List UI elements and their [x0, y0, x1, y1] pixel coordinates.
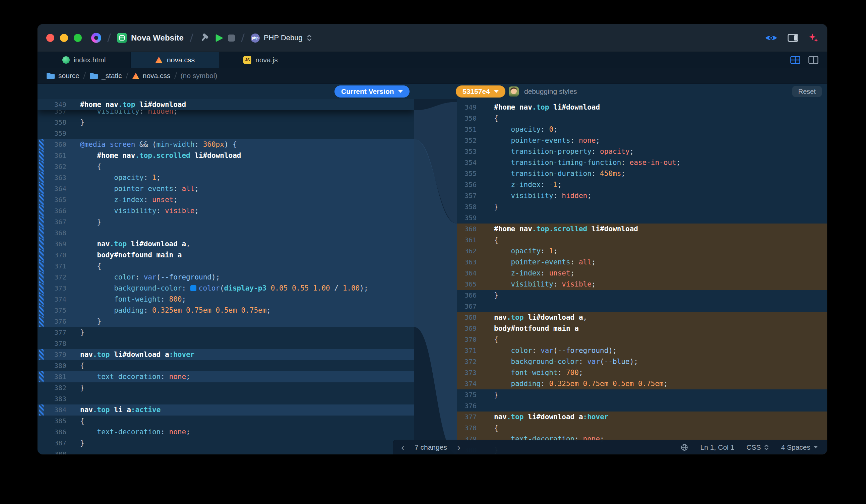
line-number[interactable]: 363	[44, 172, 72, 183]
line-number[interactable]: 376	[44, 316, 72, 327]
code-line-383[interactable]: 383	[37, 393, 414, 404]
line-number[interactable]: 362	[457, 246, 481, 257]
project-selector[interactable]: Nova Website	[117, 33, 184, 43]
stop-button[interactable]	[228, 34, 235, 42]
code-line-363[interactable]: 363 opacity: 1;	[37, 172, 414, 183]
code-line-371[interactable]: 371 {	[37, 261, 414, 272]
next-change-button[interactable]: ›	[457, 441, 460, 454]
code-line-351[interactable]: 351 opacity: 0;	[457, 124, 827, 135]
line-number[interactable]: 366	[44, 205, 72, 216]
line-number[interactable]: 351	[457, 124, 481, 135]
code-line-358[interactable]: 358}	[457, 201, 827, 212]
line-number[interactable]: 373	[457, 367, 481, 378]
code-line-371[interactable]: 371 color: var(--foreground);	[457, 345, 827, 356]
code-line-360[interactable]: 360@media screen && (min-width: 360px) {	[37, 139, 414, 150]
code-line-366[interactable]: 366 visibility: visible;	[37, 205, 414, 216]
line-number[interactable]: 372	[457, 356, 481, 367]
code-line-378[interactable]: 378	[37, 338, 414, 349]
line-number[interactable]: 374	[44, 294, 72, 305]
left-version-selector[interactable]: Current Version	[334, 86, 410, 98]
previous-change-button[interactable]: ‹	[401, 441, 404, 454]
code-line-373[interactable]: 373 background-color: color(display-p3 0…	[37, 283, 414, 294]
line-number[interactable]: 381	[44, 371, 72, 382]
line-number[interactable]: 359	[457, 212, 481, 224]
line-number[interactable]: 358	[44, 117, 72, 128]
tab-nova-css[interactable]: nova.css	[131, 52, 219, 68]
code-line-375[interactable]: 375 padding: 0.325em 0.75em 0.5em 0.75em…	[37, 305, 414, 316]
code-line-372[interactable]: 372 background-color: var(--blue);	[457, 356, 827, 367]
code-line-386[interactable]: 386 text-decoration: none;	[37, 427, 414, 438]
breadcrumb-item-file[interactable]: nova.css	[132, 72, 170, 80]
line-number[interactable]: 353	[457, 146, 481, 157]
line-number[interactable]: 364	[44, 183, 72, 194]
code-line-377[interactable]: 377}	[37, 327, 414, 338]
code-line-357[interactable]: 357 visibility: hidden;	[457, 190, 827, 201]
line-number[interactable]: 375	[44, 305, 72, 316]
line-number[interactable]: 380	[44, 360, 72, 371]
code-line-367[interactable]: 367 }	[37, 216, 414, 227]
code-line-361[interactable]: 361{	[457, 235, 827, 246]
code-line-380[interactable]: 380{	[37, 360, 414, 371]
line-number[interactable]: 379	[44, 349, 72, 360]
code-line-349[interactable]: 349#home nav.top li#download	[37, 99, 414, 110]
breadcrumb-symbol[interactable]: (no symbol)	[181, 72, 218, 80]
grid-layout-button[interactable]	[790, 56, 800, 64]
code-line-360[interactable]: 360#home nav.top.scrolled li#download	[457, 224, 827, 235]
line-number[interactable]: 361	[457, 235, 481, 246]
line-number[interactable]: 361	[44, 150, 72, 161]
code-line-361[interactable]: 361 #home nav.top.scrolled li#download	[37, 150, 414, 161]
reset-button[interactable]: Reset	[792, 86, 822, 97]
line-number[interactable]: 373	[44, 283, 72, 294]
line-number[interactable]: 358	[457, 201, 481, 212]
code-line-354[interactable]: 354 transition-timing-function: ease-in-…	[457, 157, 827, 168]
line-number[interactable]: 359	[44, 128, 72, 139]
line-number[interactable]: 369	[457, 323, 481, 334]
line-number[interactable]: 372	[44, 272, 72, 283]
run-configuration-selector[interactable]: php PHP Debug	[251, 34, 312, 43]
code-line-362[interactable]: 362 {	[37, 161, 414, 172]
line-number[interactable]: 377	[44, 327, 72, 338]
language-selector[interactable]: CSS	[746, 443, 769, 451]
line-number[interactable]: 362	[44, 161, 72, 172]
line-number[interactable]: 374	[457, 378, 481, 389]
tab-nova-js[interactable]: JS nova.js	[219, 52, 302, 68]
code-line-370[interactable]: 370{	[457, 334, 827, 345]
code-line-382[interactable]: 382}	[37, 382, 414, 393]
code-line-358[interactable]: 358}	[37, 117, 414, 128]
preview-button[interactable]	[765, 34, 778, 42]
code-line-362[interactable]: 362 opacity: 1;	[457, 246, 827, 257]
line-number[interactable]: 382	[44, 382, 72, 393]
line-number[interactable]: 367	[44, 216, 72, 227]
code-line-364[interactable]: 364 pointer-events: all;	[37, 183, 414, 194]
code-line-374[interactable]: 374 font-weight: 800;	[37, 294, 414, 305]
line-number[interactable]: 349	[457, 102, 481, 113]
line-number[interactable]: 352	[457, 135, 481, 146]
close-window-button[interactable]	[46, 34, 54, 42]
line-number[interactable]: 365	[457, 279, 481, 290]
line-number[interactable]: 354	[457, 157, 481, 168]
code-line-359[interactable]: 359	[457, 212, 827, 224]
code-line-367[interactable]: 367	[457, 301, 827, 312]
line-number[interactable]: 378	[457, 423, 481, 434]
minimize-window-button[interactable]	[60, 34, 68, 42]
code-line-368[interactable]: 368nav.top li#download a,	[457, 312, 827, 323]
line-number[interactable]: 387	[44, 438, 72, 449]
line-number[interactable]: 350	[457, 113, 481, 124]
line-number[interactable]: 349	[44, 99, 72, 110]
code-line-377[interactable]: 377nav.top li#download a:hover	[457, 412, 827, 423]
line-number[interactable]: 386	[44, 427, 72, 438]
clips-button[interactable]	[808, 33, 819, 43]
code-line-359[interactable]: 359	[37, 128, 414, 139]
code-line-385[interactable]: 385{	[37, 415, 414, 427]
line-number[interactable]: 363	[457, 257, 481, 268]
build-button[interactable]	[199, 33, 210, 43]
toggle-panel-button[interactable]	[788, 34, 798, 42]
code-line-373[interactable]: 373 font-weight: 700;	[457, 367, 827, 378]
cursor-position-indicator[interactable]: Ln 1, Col 1	[700, 443, 735, 451]
code-line-387[interactable]: 387}	[37, 438, 414, 449]
code-line-376[interactable]: 376 }	[37, 316, 414, 327]
line-number[interactable]: 388	[44, 449, 72, 455]
breadcrumb-item-source[interactable]: source	[46, 72, 79, 80]
line-number[interactable]: 369	[44, 238, 72, 250]
line-number[interactable]: 377	[457, 412, 481, 423]
